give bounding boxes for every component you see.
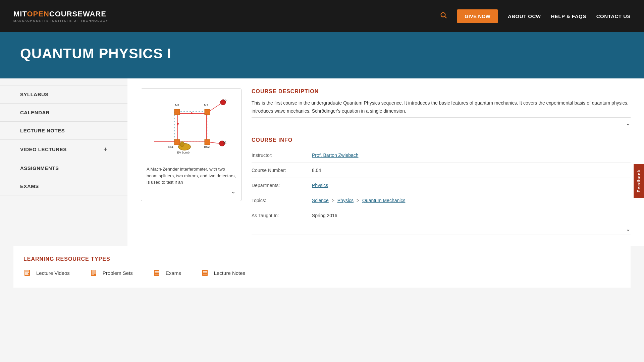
svg-point-0 xyxy=(441,13,445,17)
departments-row: Departments: Physics xyxy=(252,178,631,193)
svg-text:BS2: BS2 xyxy=(204,145,210,148)
taught-in-row: As Taught In: Spring 2016 xyxy=(252,208,631,223)
breadcrumb-sep-2: > xyxy=(357,198,359,203)
topics-label: Topics: xyxy=(252,198,312,203)
sidebar-item-lecture-notes[interactable]: LECTURE NOTES xyxy=(0,122,127,140)
svg-line-1 xyxy=(445,16,446,18)
hero-banner: QUANTUM PHYSICS I xyxy=(0,32,644,78)
course-image-card: BS1 BS2 M1 M2 EV bomb D0 xyxy=(141,88,241,201)
bottom-section: LEARNING RESOURCE TYPES Lecture Videos xyxy=(0,246,644,301)
svg-rect-34 xyxy=(25,274,29,275)
svg-rect-21 xyxy=(205,109,210,115)
svg-rect-33 xyxy=(25,273,28,274)
course-info-section: COURSE INFO Instructor: Prof. Barton Zwi… xyxy=(252,137,631,235)
resource-problem-sets[interactable]: Problem Sets xyxy=(90,268,133,278)
image-caption: A Mach-Zehnder interferometer, with two … xyxy=(141,161,241,201)
resource-lecture-notes[interactable]: Lecture Notes xyxy=(201,268,245,278)
taught-in-value: Spring 2016 xyxy=(312,213,337,218)
topics-value: Science > Physics > Quantum Mechanics xyxy=(312,198,405,203)
description-expand[interactable]: ⌄ xyxy=(252,117,631,127)
taught-in-label: As Taught In: xyxy=(252,213,312,218)
svg-text:M2: M2 xyxy=(204,104,208,107)
instructor-label: Instructor: xyxy=(252,153,312,158)
instructor-link[interactable]: Prof. Barton Zwiebach xyxy=(312,153,359,158)
svg-rect-37 xyxy=(92,272,96,272)
lecture-notes-label: Lecture Notes xyxy=(214,270,245,276)
svg-text:BS1: BS1 xyxy=(168,145,173,148)
svg-rect-36 xyxy=(92,270,96,271)
give-now-button[interactable]: GIVE NOW xyxy=(457,9,498,23)
svg-text:EV bomb: EV bomb xyxy=(177,151,190,154)
nav-right: GIVE NOW ABOUT OCW HELP & FAQS CONTACT U… xyxy=(440,9,631,23)
svg-marker-14 xyxy=(191,112,195,114)
svg-rect-15 xyxy=(174,139,180,145)
departments-label: Departments: xyxy=(252,183,312,188)
svg-rect-39 xyxy=(92,274,96,274)
topics-row: Topics: Science > Physics > Quantum Mech… xyxy=(252,193,631,208)
resource-exams[interactable]: Exams xyxy=(153,268,181,278)
svg-rect-31 xyxy=(25,270,29,272)
sidebar-item-assignments[interactable]: ASSIGNMENTS xyxy=(0,159,127,177)
topic-science-link[interactable]: Science xyxy=(312,198,329,203)
sidebar-item-calendar[interactable]: CALENDAR xyxy=(0,104,127,122)
svg-rect-44 xyxy=(155,274,159,275)
resource-lecture-videos[interactable]: Lecture Videos xyxy=(23,268,70,278)
svg-rect-38 xyxy=(92,273,96,273)
svg-rect-40 xyxy=(92,275,94,275)
course-description-section: COURSE DESCRIPTION This is the first cou… xyxy=(252,88,631,235)
lecture-notes-icon xyxy=(201,268,211,278)
sidebar-item-exams[interactable]: EXAMS xyxy=(0,177,127,195)
svg-rect-42 xyxy=(155,271,159,272)
svg-rect-47 xyxy=(203,273,207,273)
feedback-tab-container: Feedback xyxy=(634,164,644,198)
department-link[interactable]: Physics xyxy=(312,183,328,188)
mach-zehnder-diagram: BS1 BS2 M1 M2 EV bomb D0 xyxy=(141,89,241,161)
nav-about-ocw[interactable]: ABOUT OCW xyxy=(508,13,541,19)
nav-help-faqs[interactable]: HELP & FAQS xyxy=(551,13,586,19)
sidebar-item-syllabus[interactable]: SYLLABUS xyxy=(0,85,127,104)
logo-text: MITOPENCOURSEWARE xyxy=(13,10,108,18)
instructor-row: Instructor: Prof. Barton Zwiebach xyxy=(252,148,631,163)
topic-quantum-link[interactable]: Quantum Mechanics xyxy=(362,198,405,203)
content-area: BS1 BS2 M1 M2 EV bomb D0 xyxy=(127,78,644,246)
course-number-row: Course Number: 8.04 xyxy=(252,163,631,178)
logo-open: OPEN xyxy=(27,10,49,18)
svg-text:D1: D1 xyxy=(223,141,227,144)
svg-text:M1: M1 xyxy=(175,104,179,107)
sidebar-item-video-lectures[interactable]: VIDEO LECTURES + xyxy=(0,140,127,159)
svg-rect-32 xyxy=(25,272,29,273)
resource-types-list: Lecture Videos Problem Sets xyxy=(23,268,621,278)
learning-resources-title: LEARNING RESOURCE TYPES xyxy=(23,256,621,262)
course-description-text: This is the first course in the undergra… xyxy=(252,99,631,115)
svg-marker-13 xyxy=(177,123,179,127)
svg-text:D0: D0 xyxy=(223,98,227,102)
svg-point-24 xyxy=(180,141,184,147)
logo[interactable]: MITOPENCOURSEWARE MASSACHUSETTS INSTITUT… xyxy=(13,10,108,22)
course-info-expand[interactable]: ⌄ xyxy=(252,223,631,235)
learning-resources-card: LEARNING RESOURCE TYPES Lecture Videos xyxy=(13,246,631,288)
course-number-value: 8.04 xyxy=(312,168,321,173)
course-info-title: COURSE INFO xyxy=(252,137,631,143)
main-content: SYLLABUS CALENDAR LECTURE NOTES VIDEO LE… xyxy=(0,78,644,246)
topic-physics-link[interactable]: Physics xyxy=(337,198,354,203)
problem-sets-icon xyxy=(90,268,99,278)
page-title: QUANTUM PHYSICS I xyxy=(20,46,171,62)
course-info-expand-icon[interactable]: ⌄ xyxy=(626,226,631,232)
svg-rect-43 xyxy=(155,273,159,273)
problem-sets-label: Problem Sets xyxy=(103,270,133,276)
sidebar: SYLLABUS CALENDAR LECTURE NOTES VIDEO LE… xyxy=(0,78,127,246)
expand-icon: + xyxy=(104,146,107,153)
breadcrumb-sep-1: > xyxy=(332,198,334,203)
feedback-tab[interactable]: Feedback xyxy=(634,164,644,198)
course-number-label: Course Number: xyxy=(252,168,312,173)
search-button[interactable] xyxy=(440,11,447,21)
nav-contact-us[interactable]: CONTACT US xyxy=(596,13,631,19)
lecture-videos-icon xyxy=(23,268,33,278)
svg-rect-19 xyxy=(174,109,180,115)
svg-rect-17 xyxy=(205,139,210,145)
description-expand-icon[interactable]: ⌄ xyxy=(626,120,631,127)
svg-rect-48 xyxy=(203,274,207,275)
site-header: MITOPENCOURSEWARE MASSACHUSETTS INSTITUT… xyxy=(0,0,644,32)
course-description-title: COURSE DESCRIPTION xyxy=(252,88,631,95)
caption-expand-icon[interactable]: ⌄ xyxy=(231,188,236,195)
